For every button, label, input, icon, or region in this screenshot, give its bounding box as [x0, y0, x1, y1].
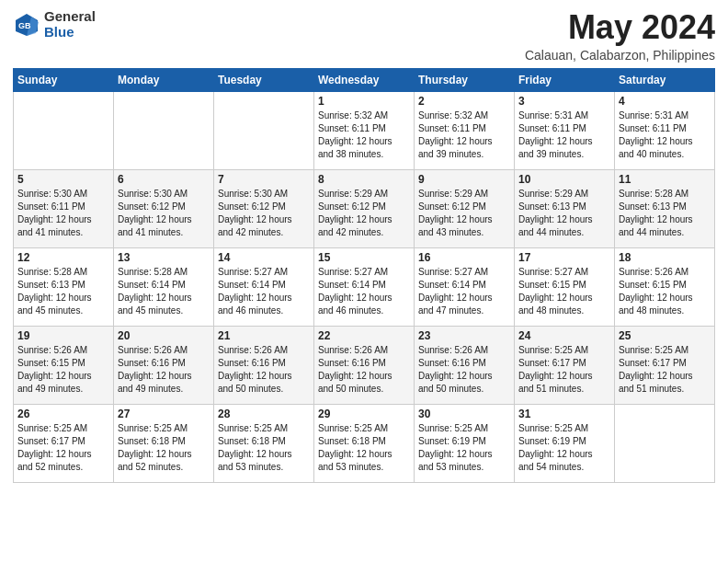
calendar-cell: 18Sunrise: 5:26 AM Sunset: 6:15 PM Dayli…: [615, 247, 715, 326]
weekday-header-cell: Friday: [515, 68, 615, 91]
day-detail: Sunrise: 5:29 AM Sunset: 6:13 PM Dayligh…: [518, 188, 610, 239]
day-number: 6: [118, 173, 210, 186]
day-number: 13: [118, 251, 210, 264]
day-detail: Sunrise: 5:25 AM Sunset: 6:17 PM Dayligh…: [619, 344, 711, 396]
calendar-cell: 9Sunrise: 5:29 AM Sunset: 6:12 PM Daylig…: [415, 169, 515, 247]
calendar-cell: [14, 91, 114, 169]
calendar-cell: 20Sunrise: 5:26 AM Sunset: 6:16 PM Dayli…: [114, 326, 214, 404]
calendar-cell: 25Sunrise: 5:25 AM Sunset: 6:17 PM Dayli…: [615, 326, 715, 404]
calendar-cell: 29Sunrise: 5:25 AM Sunset: 6:18 PM Dayli…: [314, 404, 415, 482]
logo-text: General Blue: [44, 9, 96, 40]
weekday-header-row: SundayMondayTuesdayWednesdayThursdayFrid…: [14, 68, 715, 91]
day-number: 1: [318, 95, 410, 108]
calendar-cell: 13Sunrise: 5:28 AM Sunset: 6:14 PM Dayli…: [114, 247, 214, 326]
weekday-header-cell: Sunday: [14, 68, 114, 91]
calendar-week-row: 12Sunrise: 5:28 AM Sunset: 6:13 PM Dayli…: [14, 247, 715, 326]
day-number: 30: [418, 408, 510, 420]
day-number: 29: [318, 408, 410, 420]
weekday-header-cell: Thursday: [415, 68, 515, 91]
calendar-cell: 22Sunrise: 5:26 AM Sunset: 6:16 PM Dayli…: [314, 326, 415, 404]
calendar-cell: [114, 91, 214, 169]
weekday-header-cell: Tuesday: [214, 68, 314, 91]
calendar-cell: 4Sunrise: 5:31 AM Sunset: 6:11 PM Daylig…: [615, 91, 715, 169]
calendar-week-row: 5Sunrise: 5:30 AM Sunset: 6:11 PM Daylig…: [14, 169, 715, 247]
day-number: 20: [118, 329, 210, 342]
day-number: 15: [318, 251, 410, 264]
day-number: 21: [218, 329, 310, 342]
calendar-cell: 6Sunrise: 5:30 AM Sunset: 6:12 PM Daylig…: [114, 169, 214, 247]
calendar-body: 1Sunrise: 5:32 AM Sunset: 6:11 PM Daylig…: [14, 91, 715, 482]
day-detail: Sunrise: 5:27 AM Sunset: 6:14 PM Dayligh…: [418, 266, 510, 317]
day-number: 31: [518, 408, 610, 420]
calendar-cell: 19Sunrise: 5:26 AM Sunset: 6:15 PM Dayli…: [14, 326, 114, 404]
day-detail: Sunrise: 5:29 AM Sunset: 6:12 PM Dayligh…: [418, 188, 510, 239]
day-detail: Sunrise: 5:25 AM Sunset: 6:17 PM Dayligh…: [17, 422, 109, 474]
calendar-week-row: 19Sunrise: 5:26 AM Sunset: 6:15 PM Dayli…: [14, 326, 715, 404]
title-month: May 2024: [525, 9, 715, 46]
day-detail: Sunrise: 5:30 AM Sunset: 6:12 PM Dayligh…: [118, 188, 210, 239]
day-number: 4: [619, 95, 711, 108]
day-detail: Sunrise: 5:30 AM Sunset: 6:11 PM Dayligh…: [17, 188, 109, 239]
calendar-cell: 2Sunrise: 5:32 AM Sunset: 6:11 PM Daylig…: [415, 91, 515, 169]
calendar-cell: 24Sunrise: 5:25 AM Sunset: 6:17 PM Dayli…: [515, 326, 615, 404]
calendar-cell: 16Sunrise: 5:27 AM Sunset: 6:14 PM Dayli…: [415, 247, 515, 326]
day-detail: Sunrise: 5:31 AM Sunset: 6:11 PM Dayligh…: [518, 109, 610, 161]
calendar-table: SundayMondayTuesdayWednesdayThursdayFrid…: [13, 68, 715, 483]
day-number: 3: [518, 95, 610, 108]
calendar-cell: 3Sunrise: 5:31 AM Sunset: 6:11 PM Daylig…: [515, 91, 615, 169]
day-detail: Sunrise: 5:26 AM Sunset: 6:16 PM Dayligh…: [418, 344, 510, 396]
title-block: May 2024 Calauan, Calabarzon, Philippine…: [525, 9, 715, 63]
day-detail: Sunrise: 5:26 AM Sunset: 6:16 PM Dayligh…: [318, 344, 410, 396]
calendar-cell: 14Sunrise: 5:27 AM Sunset: 6:14 PM Dayli…: [214, 247, 314, 326]
weekday-header-cell: Wednesday: [314, 68, 415, 91]
calendar-cell: [615, 404, 715, 482]
calendar-cell: 10Sunrise: 5:29 AM Sunset: 6:13 PM Dayli…: [515, 169, 615, 247]
calendar-cell: 28Sunrise: 5:25 AM Sunset: 6:18 PM Dayli…: [214, 404, 314, 482]
day-detail: Sunrise: 5:30 AM Sunset: 6:12 PM Dayligh…: [218, 188, 310, 239]
calendar-cell: 30Sunrise: 5:25 AM Sunset: 6:19 PM Dayli…: [415, 404, 515, 482]
day-detail: Sunrise: 5:32 AM Sunset: 6:11 PM Dayligh…: [418, 109, 510, 161]
day-detail: Sunrise: 5:28 AM Sunset: 6:14 PM Dayligh…: [118, 266, 210, 317]
day-number: 24: [518, 329, 610, 342]
day-detail: Sunrise: 5:28 AM Sunset: 6:13 PM Dayligh…: [619, 188, 711, 239]
day-number: 17: [518, 251, 610, 264]
day-detail: Sunrise: 5:27 AM Sunset: 6:14 PM Dayligh…: [218, 266, 310, 317]
day-number: 2: [418, 95, 510, 108]
day-number: 9: [418, 173, 510, 186]
day-detail: Sunrise: 5:28 AM Sunset: 6:13 PM Dayligh…: [17, 266, 109, 317]
day-number: 18: [619, 251, 711, 264]
calendar-week-row: 1Sunrise: 5:32 AM Sunset: 6:11 PM Daylig…: [14, 91, 715, 169]
logo: GB General Blue: [13, 9, 96, 40]
day-number: 19: [17, 329, 109, 342]
svg-text:GB: GB: [18, 21, 31, 30]
day-number: 27: [118, 408, 210, 420]
calendar-cell: 23Sunrise: 5:26 AM Sunset: 6:16 PM Dayli…: [415, 326, 515, 404]
day-detail: Sunrise: 5:26 AM Sunset: 6:15 PM Dayligh…: [619, 266, 711, 317]
day-number: 22: [318, 329, 410, 342]
calendar-cell: 31Sunrise: 5:25 AM Sunset: 6:19 PM Dayli…: [515, 404, 615, 482]
day-number: 26: [17, 408, 109, 420]
day-number: 25: [619, 329, 711, 342]
calendar-week-row: 26Sunrise: 5:25 AM Sunset: 6:17 PM Dayli…: [14, 404, 715, 482]
calendar-cell: 17Sunrise: 5:27 AM Sunset: 6:15 PM Dayli…: [515, 247, 615, 326]
calendar-cell: 7Sunrise: 5:30 AM Sunset: 6:12 PM Daylig…: [214, 169, 314, 247]
day-detail: Sunrise: 5:26 AM Sunset: 6:16 PM Dayligh…: [118, 344, 210, 396]
day-number: 11: [619, 173, 711, 186]
day-detail: Sunrise: 5:29 AM Sunset: 6:12 PM Dayligh…: [318, 188, 410, 239]
day-number: 10: [518, 173, 610, 186]
day-detail: Sunrise: 5:25 AM Sunset: 6:18 PM Dayligh…: [218, 422, 310, 474]
day-number: 14: [218, 251, 310, 264]
calendar-cell: 15Sunrise: 5:27 AM Sunset: 6:14 PM Dayli…: [314, 247, 415, 326]
day-detail: Sunrise: 5:27 AM Sunset: 6:14 PM Dayligh…: [318, 266, 410, 317]
weekday-header-cell: Saturday: [615, 68, 715, 91]
day-number: 12: [17, 251, 109, 264]
day-detail: Sunrise: 5:27 AM Sunset: 6:15 PM Dayligh…: [518, 266, 610, 317]
day-number: 8: [318, 173, 410, 186]
day-detail: Sunrise: 5:31 AM Sunset: 6:11 PM Dayligh…: [619, 109, 711, 161]
calendar-cell: 8Sunrise: 5:29 AM Sunset: 6:12 PM Daylig…: [314, 169, 415, 247]
header: GB General Blue May 2024 Calauan, Calaba…: [13, 9, 715, 63]
day-number: 28: [218, 408, 310, 420]
day-detail: Sunrise: 5:25 AM Sunset: 6:18 PM Dayligh…: [118, 422, 210, 474]
day-number: 16: [418, 251, 510, 264]
calendar-cell: 21Sunrise: 5:26 AM Sunset: 6:16 PM Dayli…: [214, 326, 314, 404]
